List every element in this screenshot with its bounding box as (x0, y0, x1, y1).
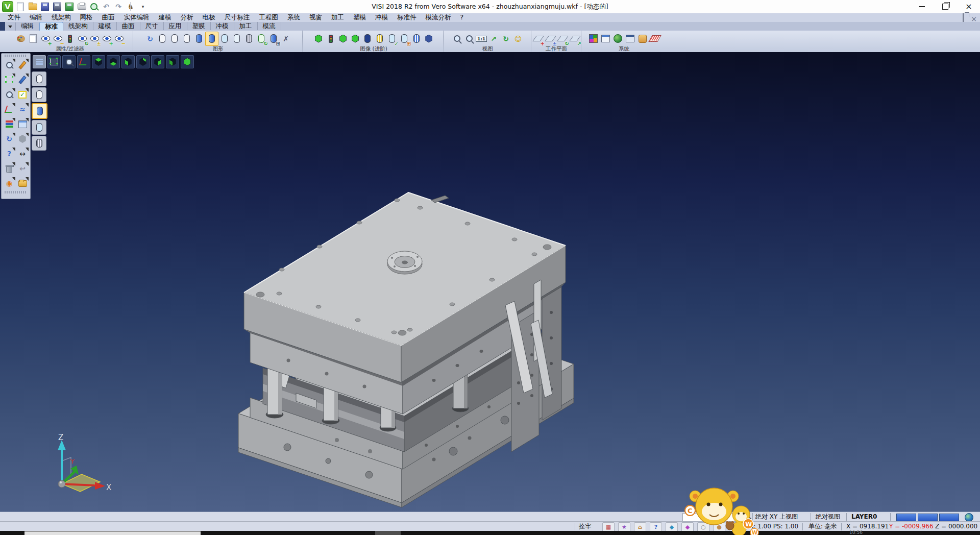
visibility-plusminus-icon[interactable] (88, 32, 101, 45)
tab[interactable]: 尺寸 (140, 22, 164, 30)
menu-item[interactable]: 实体编辑 (119, 13, 154, 21)
menu-item[interactable]: ? (456, 13, 469, 21)
tab[interactable]: 加工 (234, 22, 258, 30)
menu-item[interactable]: 塑模 (349, 13, 371, 21)
close-button[interactable]: × (958, 0, 980, 13)
menu-item[interactable]: 尺寸标注 (220, 13, 255, 21)
undo-icon[interactable] (101, 2, 111, 12)
zoom-in-out-icon[interactable] (451, 32, 463, 45)
validate-cylinder-icon[interactable] (386, 32, 398, 45)
image-refresh-cubes-icon[interactable] (337, 32, 349, 45)
image-plusminus-icon[interactable] (349, 32, 361, 45)
tab[interactable]: 标准 (39, 22, 63, 31)
banded-cylinder-icon[interactable] (374, 32, 386, 45)
menu-item[interactable]: 线架构 (47, 13, 76, 21)
print-icon[interactable] (77, 2, 87, 12)
menu-item[interactable]: 电极 (198, 13, 220, 21)
render-settings-icon[interactable] (280, 32, 292, 45)
visibility-plus-icon[interactable] (101, 32, 113, 45)
add-image-cubes-icon[interactable] (312, 32, 325, 45)
workplane-create-icon[interactable] (532, 32, 544, 45)
tab[interactable]: 建模 (93, 22, 117, 30)
visibility-minus-icon[interactable] (113, 32, 125, 45)
absolute-view-field[interactable]: 绝对视图 (816, 512, 840, 522)
menu-item[interactable]: 工程图 (255, 13, 283, 21)
toolbox-panel-icon[interactable] (624, 32, 636, 45)
shaded-edges-cylinder-icon[interactable] (205, 32, 218, 46)
color-palette-grid-icon[interactable] (587, 32, 600, 45)
open-file-icon[interactable] (28, 2, 38, 12)
hatched-cylinder-icon[interactable] (243, 32, 255, 45)
menu-item[interactable]: 冲模 (371, 13, 393, 21)
menu-item[interactable]: 建模 (154, 13, 176, 21)
tab[interactable]: 冲模 (211, 22, 234, 30)
save-as-icon[interactable] (52, 2, 62, 12)
workplane-align-icon[interactable] (556, 32, 569, 45)
menu-item[interactable]: 模流分析 (421, 13, 456, 21)
image-filter-traffic-icon[interactable] (325, 32, 337, 45)
tab[interactable]: 线架构 (63, 22, 93, 30)
taskbar-window-preview[interactable] (24, 531, 201, 535)
snap-settings-icon[interactable] (636, 32, 649, 45)
visi-logo[interactable] (2, 1, 13, 12)
menu-item[interactable]: 文件 (3, 13, 25, 21)
rotate-view-icon[interactable] (500, 32, 512, 45)
grid-settings-icon[interactable] (649, 32, 661, 45)
save-all-icon[interactable] (64, 2, 75, 12)
properties-page-icon[interactable] (27, 32, 39, 45)
menu-item[interactable]: 加工 (327, 13, 349, 21)
workplane-step-icon[interactable] (569, 32, 581, 45)
tab[interactable]: 模流 (258, 22, 281, 30)
hidden-line-cylinder-icon[interactable] (168, 32, 181, 45)
perspective-eye-icon[interactable] (512, 32, 524, 45)
copy-view-cylinder-icon[interactable] (267, 32, 280, 45)
system-options-icon[interactable] (612, 32, 624, 45)
visibility-refresh-icon[interactable] (76, 32, 88, 45)
menu-item[interactable]: 系统 (283, 13, 305, 21)
layer-field[interactable]: LAYER0 (851, 512, 877, 522)
tab-overflow-button[interactable] (5, 22, 16, 31)
redraw-icon[interactable] (144, 32, 156, 45)
menu-item[interactable]: 标准件 (393, 13, 421, 21)
restore-button[interactable] (934, 0, 957, 13)
filter-traffic-light-icon[interactable] (64, 32, 76, 45)
ghost-cylinder-icon[interactable] (231, 32, 243, 45)
zoom-selected-icon[interactable] (463, 32, 475, 45)
visibility-show-icon[interactable] (39, 32, 52, 45)
tab[interactable]: 应用 (164, 22, 187, 30)
globe-icon[interactable] (965, 513, 973, 522)
macro-icon[interactable] (126, 2, 136, 12)
solid-cylinder-icon[interactable] (361, 32, 374, 45)
zoom-scale-1to1-icon[interactable] (475, 32, 487, 45)
save-icon[interactable] (40, 2, 50, 12)
menu-item[interactable]: 分析 (176, 13, 198, 21)
pan-arrow-icon[interactable] (487, 32, 500, 45)
regen-cylinder-icon[interactable] (255, 32, 267, 45)
menu-item[interactable]: 视窗 (305, 13, 327, 21)
properties-palette-icon[interactable] (15, 32, 27, 45)
copy-cylinder-icon[interactable] (398, 32, 410, 45)
tab[interactable]: 塑膜 (187, 22, 211, 30)
tab[interactable]: 曲面 (117, 22, 140, 30)
dashed-hidden-cylinder-icon[interactable] (181, 32, 193, 45)
minimize-button[interactable] (911, 0, 933, 13)
graphics-viewport[interactable]: Z Y X (0, 52, 980, 512)
redo-icon[interactable] (113, 2, 124, 12)
units-field[interactable]: 单位: 毫米 (808, 522, 837, 531)
lock-toggle[interactable]: 拴牢 (579, 522, 591, 531)
menu-item[interactable]: 编辑 (25, 13, 47, 21)
visibility-hide-icon[interactable] (52, 32, 64, 45)
new-file-icon[interactable] (15, 2, 26, 12)
wireframe-cylinder-icon[interactable] (156, 32, 168, 45)
mesh-cylinder-icon[interactable] (410, 32, 423, 45)
menu-item[interactable]: 网格 (76, 13, 97, 21)
solid-cube-icon[interactable] (423, 32, 435, 45)
transparent-cylinder-icon[interactable] (218, 32, 231, 45)
display-settings-icon[interactable] (600, 32, 612, 45)
tab[interactable]: 编辑 (16, 22, 39, 30)
workplane-edit-icon[interactable] (544, 32, 556, 45)
print-preview-icon[interactable] (89, 2, 99, 12)
child-close-button[interactable]: × (971, 16, 977, 22)
customize-toolbar-arrow[interactable] (138, 2, 148, 12)
menu-item[interactable]: 曲面 (97, 13, 119, 21)
